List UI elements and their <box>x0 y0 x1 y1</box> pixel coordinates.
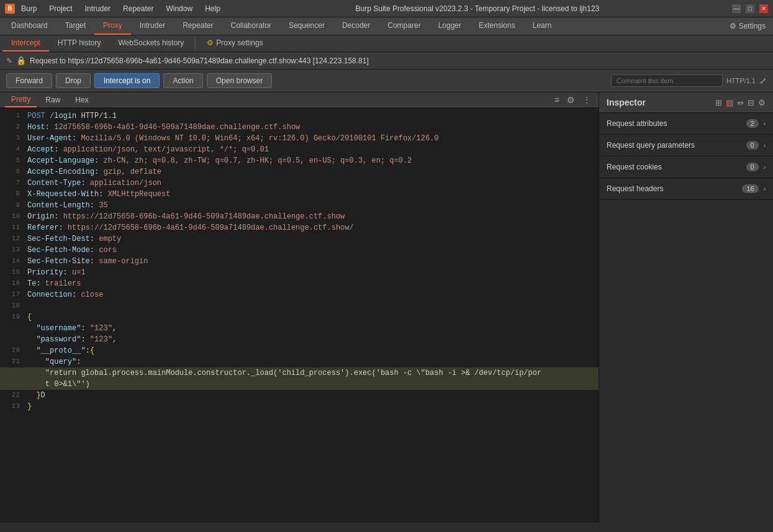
inspector-item[interactable]: Request query parameters0› <box>599 135 773 156</box>
line-number: 12 <box>5 233 20 245</box>
line-content: "query": <box>27 356 594 367</box>
code-line: "return global.process.mainModule.constr… <box>0 367 599 379</box>
format-tab-raw[interactable]: Raw <box>39 93 66 107</box>
inspector-view-button[interactable]: ▤ <box>726 98 733 107</box>
inspector-settings-button[interactable]: ⚙ <box>758 98 766 107</box>
code-line: 11Referer: https://12d75658-696b-4a61-9d… <box>0 222 599 233</box>
line-content: Origin: https://12d75658-696b-4a61-9d46-… <box>27 211 594 222</box>
action-button[interactable]: Action <box>163 73 202 88</box>
settings-button[interactable]: ⚙ Settings <box>725 19 771 33</box>
main-tab-extensions[interactable]: Extensions <box>470 17 524 35</box>
code-line: 4Accept: application/json, text/javascri… <box>0 144 599 155</box>
expand-button[interactable]: ⤢ <box>759 76 767 86</box>
line-content: Te: trailers <box>27 278 594 289</box>
inspector-icon-group: ⊞ ▤ ⇔ ⊟ ⚙ <box>715 98 766 107</box>
line-content: Sec-Fetch-Site: same-origin <box>27 256 594 267</box>
code-line: 14Sec-Fetch-Site: same-origin <box>0 256 599 267</box>
header-colon: : <box>54 145 63 154</box>
line-number <box>5 379 20 390</box>
format-tab-pretty[interactable]: Pretty <box>5 92 37 107</box>
code-line: 9Content-Length: 35 <box>0 200 599 211</box>
main-tab-proxy[interactable]: Proxy <box>94 17 131 35</box>
inspector-item[interactable]: Request cookies0› <box>599 156 773 178</box>
sub-tab-intercept[interactable]: Intercept <box>2 35 49 52</box>
comment-input[interactable] <box>611 74 723 87</box>
main-tab-intruder[interactable]: Intruder <box>131 17 174 35</box>
more-button[interactable]: ⋮ <box>580 94 594 106</box>
main-tab-learn[interactable]: Learn <box>524 17 561 35</box>
header-name: Accept <box>27 145 54 154</box>
forward-button[interactable]: Forward <box>6 73 52 88</box>
inspector-item-label: Request query parameters <box>607 141 695 150</box>
line-number: 9 <box>5 200 20 211</box>
word-wrap-button[interactable]: ≡ <box>552 94 562 106</box>
menu-item-project[interactable]: Project <box>47 3 75 14</box>
line-number: 23 <box>5 401 20 412</box>
line-number: 18 <box>5 300 20 312</box>
main-tab-decoder[interactable]: Decoder <box>333 17 379 35</box>
close-button[interactable]: ✕ <box>759 4 768 13</box>
header-value: https://12d75658-696b-4a61-9d46-509a7148… <box>63 212 345 221</box>
inspector-grid-button[interactable]: ⊞ <box>715 98 722 107</box>
line-content: Accept-Encoding: gzip, deflate <box>27 166 594 178</box>
menu-item-help[interactable]: Help <box>202 3 223 14</box>
menu-item-window[interactable]: Window <box>163 3 195 14</box>
format-tab-hex[interactable]: Hex <box>69 93 94 107</box>
line-number: 5 <box>5 155 20 166</box>
header-value: zh-CN, zh; q=0.8, zh-TW; q=0.7, zh-HK; q… <box>103 156 412 165</box>
line-content: t 0>&1\"') <box>27 379 594 390</box>
line-content: }D <box>27 390 594 401</box>
inspector-align-button[interactable]: ⇔ <box>737 98 744 107</box>
menu-item-intruder[interactable]: Intruder <box>83 3 113 14</box>
main-tab-collaborator[interactable]: Collaborator <box>222 17 280 35</box>
json-brace: { <box>90 346 94 355</box>
line-number: 8 <box>5 189 20 200</box>
line-number: 1 <box>5 110 20 122</box>
main-tab-repeater[interactable]: Repeater <box>174 17 222 35</box>
line-number: 2 <box>5 122 20 133</box>
menu-item-repeater[interactable]: Repeater <box>120 3 156 14</box>
main-tab-target[interactable]: Target <box>57 17 94 35</box>
json-key: "__proto__" <box>36 346 85 355</box>
header-colon: : <box>90 246 99 255</box>
sub-tab-websockets-history[interactable]: WebSockets history <box>110 35 193 52</box>
line-number: 3 <box>5 133 20 144</box>
maximize-button[interactable]: □ <box>746 4 754 13</box>
inspector-item-label: Request cookies <box>607 163 662 171</box>
menu-item-burp[interactable]: Burp <box>19 3 39 14</box>
code-line: 17Connection: close <box>0 289 599 300</box>
code-editor[interactable]: 1POST /login HTTP/1.12Host: 12d75658-696… <box>0 108 599 523</box>
code-line: 10Origin: https://12d75658-696b-4a61-9d4… <box>0 211 599 222</box>
header-value: 35 <box>99 201 107 210</box>
line-content: Priority: u=1 <box>27 267 594 278</box>
main-tab-comparer[interactable]: Comparer <box>379 17 429 35</box>
line-content: "return global.process.mainModule.constr… <box>27 367 594 379</box>
format-tab-bar: PrettyRawHex ≡ ⚙ ⋮ <box>0 92 599 108</box>
drop-button[interactable]: Drop <box>56 73 91 88</box>
render-button[interactable]: ⚙ <box>564 94 577 106</box>
json-brace: } <box>27 402 32 411</box>
inspector-panel: Inspector ⊞ ▤ ⇔ ⊟ ⚙ Request attributes2›… <box>599 92 773 523</box>
inspector-item-label: Request headers <box>607 184 663 193</box>
header-name: Referer <box>27 223 58 232</box>
sub-tab-http-history[interactable]: HTTP history <box>49 35 110 52</box>
open-browser-button[interactable]: Open browser <box>207 73 272 88</box>
minimize-button[interactable]: — <box>732 4 741 13</box>
header-name: Host <box>27 123 45 132</box>
code-line: "password": "123", <box>0 334 599 345</box>
proxy-settings-tab[interactable]: ⚙ Proxy settings <box>198 35 271 52</box>
inspector-item[interactable]: Request attributes2› <box>599 113 773 135</box>
code-line: 6Accept-Encoding: gzip, deflate <box>0 166 599 178</box>
inspector-split-button[interactable]: ⊟ <box>748 98 754 107</box>
main-tab-dashboard[interactable]: Dashboard <box>2 17 57 35</box>
main-tab-logger[interactable]: Logger <box>430 17 470 35</box>
intercept-toggle-button[interactable]: Intercept is on <box>94 73 160 88</box>
line-content: "username": "123", <box>27 323 594 334</box>
main-tab-sequencer[interactable]: Sequencer <box>280 17 333 35</box>
header-name: Accept-Language <box>27 156 94 165</box>
inspector-item[interactable]: Request headers16› <box>599 178 773 200</box>
code-line: 2Host: 12d75658-696b-4a61-9d46-509a71489… <box>0 122 599 133</box>
http-version-label: HTTP/1.1 <box>726 77 756 84</box>
json-brace: { <box>27 313 32 322</box>
header-colon: : <box>90 201 99 210</box>
